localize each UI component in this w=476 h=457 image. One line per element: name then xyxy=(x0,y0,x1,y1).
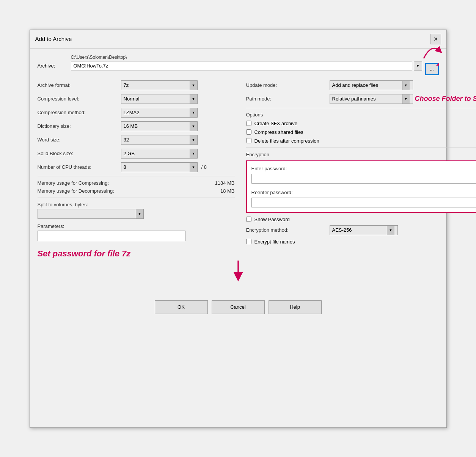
archive-format-row: Archive format: 7zziptargzip ▼ xyxy=(38,80,235,90)
path-mode-label: Path mode: xyxy=(246,96,330,102)
split-select-control: ▼ xyxy=(38,209,144,219)
dictionary-size-select-control: 1 MB4 MB16 MB64 MB128 MB ▼ xyxy=(121,121,198,131)
dialog-window: Add to Archive ✕ Archive: C:\Users\Solom… xyxy=(30,30,447,428)
compression-level-arrow[interactable]: ▼ xyxy=(190,94,197,104)
reenter-password-input[interactable] xyxy=(251,198,476,207)
close-button[interactable]: ✕ xyxy=(430,34,441,44)
path-mode-select[interactable]: Relative pathnames Full pathnames No pat… xyxy=(330,95,402,102)
memory-decompressing-row: Memory usage for Decompressing: 18 MB xyxy=(38,188,235,194)
show-password-row: Show Password xyxy=(246,217,476,222)
options-title: Options xyxy=(246,112,476,118)
encryption-method-arrow[interactable]: ▼ xyxy=(387,226,394,235)
cpu-threads-row: Number of CPU threads: 1248 ▼ / 8 xyxy=(38,162,235,172)
create-sfx-checkbox[interactable] xyxy=(246,121,251,126)
dialog-body: Archive: C:\Users\Solomen\Desktop\ ▼ ... xyxy=(30,49,446,326)
compression-method-select[interactable]: LZMA2LZMAPPMdBZip2 xyxy=(121,109,190,116)
encryption-method-row: Encryption method: AES-256 ZipCrypto ▼ xyxy=(246,225,476,235)
encrypt-names-row: Encrypt file names xyxy=(246,239,476,245)
compress-shared-row: Compress shared files xyxy=(246,129,476,135)
main-content: Archive format: 7zziptargzip ▼ Compressi… xyxy=(38,80,439,259)
update-mode-row: Update mode: Add and replace files Updat… xyxy=(246,80,476,90)
archive-input-group: C:\Users\Solomen\Desktop\ ▼ xyxy=(71,55,422,71)
compression-level-row: Compression level: StoreFastestFastNorma… xyxy=(38,94,235,104)
reenter-password-label: Reenter password: xyxy=(251,190,476,195)
word-size-label: Word size: xyxy=(38,137,121,143)
memory-decompressing-value: 18 MB xyxy=(220,188,235,194)
compression-level-select[interactable]: StoreFastestFastNormalMaximumUltra xyxy=(121,95,190,102)
solid-block-size-label: Solid Block size: xyxy=(38,151,121,156)
create-sfx-label: Create SFX archive xyxy=(254,121,297,126)
cpu-threads-select-control: 1248 ▼ xyxy=(121,162,198,172)
split-arrow[interactable]: ▼ xyxy=(136,209,143,218)
path-mode-arrow[interactable]: ▼ xyxy=(402,94,410,104)
path-mode-row: Path mode: Relative pathnames Full pathn… xyxy=(246,94,476,104)
enter-password-label: Enter password: xyxy=(251,166,476,171)
archive-path-text: C:\Users\Solomen\Desktop\ xyxy=(71,55,422,60)
archive-format-select-control: 7zziptargzip ▼ xyxy=(121,80,198,90)
word-size-row: Word size: 163264128 ▼ xyxy=(38,135,235,145)
solid-block-size-select-control: Non-solid1 MB16 MB256 MB2 GB4 GB ▼ xyxy=(121,149,198,159)
compression-method-row: Compression method: LZMA2LZMAPPMdBZip2 ▼ xyxy=(38,108,235,118)
encryption-method-select[interactable]: AES-256 ZipCrypto xyxy=(330,226,387,234)
encrypt-names-label: Encrypt file names xyxy=(254,239,295,245)
compression-method-label: Compression method: xyxy=(38,110,121,115)
archive-format-arrow[interactable]: ▼ xyxy=(190,81,197,90)
dictionary-size-label: Dictionary size: xyxy=(38,123,121,129)
arrow-to-ok xyxy=(227,259,250,281)
params-label: Parameters: xyxy=(38,223,235,229)
browse-button[interactable]: ... xyxy=(425,63,439,75)
cpu-threads-label: Number of CPU threads: xyxy=(38,164,121,170)
update-mode-label: Update mode: xyxy=(246,82,330,88)
show-password-label: Show Password xyxy=(254,217,290,222)
memory-compressing-row: Memory usage for Compressing: 1184 MB xyxy=(38,180,235,186)
encryption-method-select-control: AES-256 ZipCrypto ▼ xyxy=(330,225,398,235)
separator1 xyxy=(38,176,235,176)
memory-compressing-label: Memory usage for Compressing: xyxy=(38,180,109,186)
archive-dropdown-arrow[interactable]: ▼ xyxy=(414,61,422,71)
split-select[interactable] xyxy=(38,210,136,217)
right-panel: Update mode: Add and replace files Updat… xyxy=(246,80,476,259)
compress-shared-checkbox[interactable] xyxy=(246,129,251,135)
word-size-arrow[interactable]: ▼ xyxy=(190,135,197,144)
solid-block-size-select[interactable]: Non-solid1 MB16 MB256 MB2 GB4 GB xyxy=(121,150,190,157)
enter-password-input[interactable] xyxy=(251,174,476,184)
update-mode-arrow[interactable]: ▼ xyxy=(402,81,410,90)
compression-level-select-control: StoreFastestFastNormalMaximumUltra ▼ xyxy=(121,94,198,104)
compression-method-select-control: LZMA2LZMAPPMdBZip2 ▼ xyxy=(121,108,198,118)
encryption-box: Enter password: Reenter password: xyxy=(246,160,476,213)
cpu-threads-select[interactable]: 1248 xyxy=(121,163,190,171)
set-password-annotation: Set password for file 7z xyxy=(38,249,235,259)
show-password-checkbox[interactable] xyxy=(246,217,251,222)
word-size-select-control: 163264128 ▼ xyxy=(121,135,198,145)
dictionary-size-row: Dictionary size: 1 MB4 MB16 MB64 MB128 M… xyxy=(38,121,235,131)
params-input[interactable] xyxy=(38,231,185,241)
archive-filename-input[interactable] xyxy=(71,61,412,71)
memory-compressing-value: 1184 MB xyxy=(215,180,234,186)
cpu-threads-info: / 8 xyxy=(201,164,207,170)
encrypt-names-checkbox[interactable] xyxy=(246,239,251,244)
title-bar: Add to Archive ✕ xyxy=(30,30,446,49)
compression-method-arrow[interactable]: ▼ xyxy=(190,108,197,117)
choose-folder-annotation: Choose Folder to Save xyxy=(415,95,476,102)
cancel-button[interactable]: Cancel xyxy=(212,300,265,314)
ok-button[interactable]: OK xyxy=(155,300,208,314)
dictionary-size-arrow[interactable]: ▼ xyxy=(190,122,197,131)
solid-block-size-arrow[interactable]: ▼ xyxy=(190,149,197,158)
word-size-select[interactable]: 163264128 xyxy=(121,136,190,143)
bottom-section: OK Cancel Help xyxy=(38,259,439,320)
delete-after-checkbox[interactable] xyxy=(246,138,251,143)
archive-format-label: Archive format: xyxy=(38,82,121,88)
cpu-threads-arrow[interactable]: ▼ xyxy=(190,163,197,172)
encryption-title: Encryption xyxy=(246,152,476,157)
separator3 xyxy=(246,108,476,108)
path-mode-select-control: Relative pathnames Full pathnames No pat… xyxy=(330,94,413,104)
update-mode-select[interactable]: Add and replace files Update and add fil… xyxy=(330,82,402,89)
archive-format-select[interactable]: 7zziptargzip xyxy=(121,82,190,89)
bottom-buttons: OK Cancel Help xyxy=(38,293,439,320)
help-button[interactable]: Help xyxy=(269,300,322,314)
separator2 xyxy=(38,198,235,198)
create-sfx-row: Create SFX archive xyxy=(246,121,476,126)
compression-level-label: Compression level: xyxy=(38,96,121,102)
dictionary-size-select[interactable]: 1 MB4 MB16 MB64 MB128 MB xyxy=(121,122,190,130)
compress-shared-label: Compress shared files xyxy=(254,129,303,135)
